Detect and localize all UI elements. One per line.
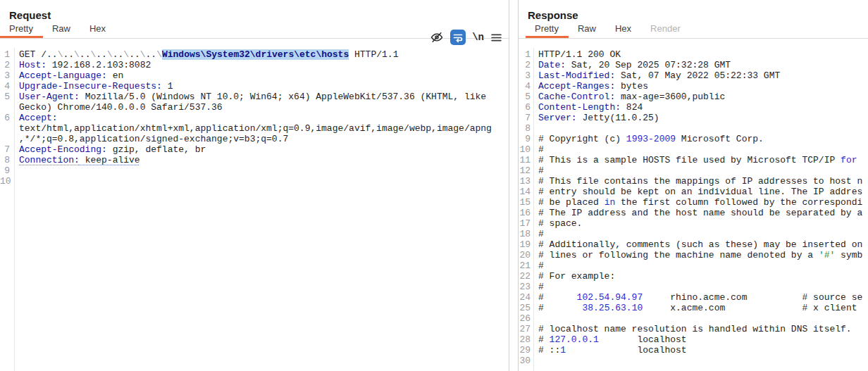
- line-content: #: [538, 144, 544, 155]
- line-number: 21: [519, 260, 533, 271]
- code-line: 27# localhost name resolution is handled…: [519, 324, 868, 334]
- code-line: 11# This is a sample HOSTS file used by …: [519, 155, 868, 165]
- line-number: 22: [519, 271, 533, 282]
- code-line: 7Server: Jetty(11.0.25): [519, 113, 868, 123]
- line-content: # This is a sample HOSTS file used by Mi…: [538, 155, 857, 165]
- line-content: HTTP/1.1 200 OK: [538, 49, 621, 60]
- gutter-divider: [14, 48, 15, 371]
- line-content: #: [538, 260, 544, 271]
- code-line: 5User-Agent: Mozilla/5.0 (Windows NT 10.…: [0, 92, 509, 102]
- line-number: 8: [0, 155, 14, 165]
- line-number: 28: [519, 334, 533, 345]
- line-content: Content-Length: 824: [538, 102, 643, 113]
- line-number: 10: [519, 144, 533, 155]
- line-content: # 102.54.94.97 rhino.acme.com # source s…: [538, 292, 862, 303]
- line-content: #: [538, 165, 544, 176]
- line-number: 2: [0, 60, 14, 70]
- line-number: 3: [519, 70, 533, 81]
- code-line: 2Date: Sat, 20 Sep 2025 07:32:28 GMT: [519, 60, 868, 70]
- line-content: Cache-Control: max-age=3600,public: [538, 92, 725, 102]
- line-number: 17: [519, 218, 533, 229]
- response-tab-raw[interactable]: Raw: [569, 19, 606, 38]
- line-content: # be placed in the first column followed…: [538, 197, 862, 208]
- line-content: # 38.25.63.10 x.acme.com # x client: [538, 303, 857, 313]
- gutter-divider: [533, 48, 534, 371]
- code-line: 12#: [519, 165, 868, 176]
- line-content: # 127.0.0.1 localhost: [538, 334, 687, 345]
- line-content: # entry should be kept on an individual …: [538, 187, 862, 197]
- line-content: Date: Sat, 20 Sep 2025 07:32:28 GMT: [538, 60, 731, 70]
- line-number: 19: [519, 239, 533, 250]
- line-content: Host: 192.168.2.103:8082: [19, 60, 151, 70]
- line-content: Upgrade-Insecure-Requests: 1: [19, 81, 173, 92]
- line-number: 27: [519, 324, 533, 334]
- line-content: Last-Modified: Sat, 07 May 2022 05:22:33…: [538, 70, 780, 81]
- code-line: 1HTTP/1.1 200 OK: [519, 49, 868, 60]
- request-tab-pretty[interactable]: Pretty: [0, 19, 43, 38]
- line-content: Accept:: [19, 113, 58, 123]
- line-content: # This file contains the mappings of IP …: [538, 176, 862, 187]
- line-number: 16: [519, 208, 533, 218]
- line-number: 14: [519, 187, 533, 197]
- line-number: 20: [519, 250, 533, 260]
- code-line: 6Accept:: [0, 113, 509, 123]
- line-number: 11: [519, 155, 533, 165]
- line-number: 7: [0, 144, 14, 155]
- line-number: 10: [0, 176, 14, 187]
- newline-chars-icon[interactable]: \n: [472, 32, 484, 43]
- line-number: [0, 123, 14, 134]
- menu-icon[interactable]: [490, 32, 502, 44]
- line-content: GET /..\..\..\..\..\..\..\Windows\System…: [19, 49, 398, 60]
- code-line: 8: [519, 123, 868, 134]
- line-number: 6: [519, 102, 533, 113]
- line-number: 2: [519, 60, 533, 70]
- response-tab-render: Render: [641, 19, 690, 38]
- code-line: 10: [0, 176, 509, 187]
- line-number: 13: [519, 176, 533, 187]
- line-number: 5: [519, 92, 533, 102]
- word-wrap-icon[interactable]: [450, 30, 466, 45]
- line-number: 23: [519, 282, 533, 292]
- line-content: # localhost name resolution is handled w…: [538, 324, 852, 334]
- line-content: ,*/*;q=0.8,application/signed-exchange;v…: [19, 134, 288, 144]
- request-tab-hex[interactable]: Hex: [80, 19, 116, 38]
- code-line: 1GET /..\..\..\..\..\..\..\Windows\Syste…: [0, 49, 509, 60]
- code-line: 17# space.: [519, 218, 868, 229]
- code-line: 4Accept-Ranges: bytes: [519, 81, 868, 92]
- line-number: 1: [519, 49, 533, 60]
- response-panel-title: Response: [519, 0, 868, 19]
- response-tab-hex[interactable]: Hex: [606, 19, 641, 38]
- line-content: Accept-Language: en: [19, 70, 123, 81]
- line-number: [0, 102, 14, 113]
- request-tab-raw[interactable]: Raw: [43, 19, 80, 38]
- response-tab-pretty[interactable]: Pretty: [526, 19, 569, 38]
- eye-hidden-icon[interactable]: [430, 30, 444, 44]
- response-editor[interactable]: 1HTTP/1.1 200 OK2Date: Sat, 20 Sep 2025 …: [519, 48, 868, 371]
- line-number: 1: [0, 49, 14, 60]
- line-content: # For example:: [538, 271, 615, 282]
- line-number: 8: [519, 123, 533, 134]
- response-tabbar: PrettyRawHexRender: [519, 19, 868, 39]
- line-content: # The IP address and the host name shoul…: [538, 208, 862, 218]
- request-panel-title: Request: [0, 0, 509, 19]
- code-line: 23#: [519, 282, 868, 292]
- line-content: User-Agent: Mozilla/5.0 (Windows NT 10.0…: [19, 92, 486, 102]
- code-line: Gecko) Chrome/140.0.0.0 Safari/537.36: [0, 102, 509, 113]
- code-line: 28# 127.0.0.1 localhost: [519, 334, 868, 345]
- code-line: 2Host: 192.168.2.103:8082: [0, 60, 509, 70]
- code-line: 7Accept-Encoding: gzip, deflate, br: [0, 144, 509, 155]
- code-line: 8Connection: keep-alive: [0, 155, 509, 165]
- response-panel: Response PrettyRawHexRender 1HTTP/1.1 20…: [518, 0, 868, 371]
- code-line: 6Content-Length: 824: [519, 102, 868, 113]
- line-number: 12: [519, 165, 533, 176]
- line-content: # Additionally, comments (such as these)…: [538, 239, 862, 250]
- line-content: Accept-Encoding: gzip, deflate, br: [19, 144, 206, 155]
- code-line: 29# ::1 localhost: [519, 345, 868, 356]
- line-content: # ::1 localhost: [538, 345, 687, 356]
- code-line: 13# This file contains the mappings of I…: [519, 176, 868, 187]
- request-toolbar: \n: [430, 28, 502, 46]
- code-line: 18#: [519, 229, 868, 239]
- request-editor[interactable]: 1GET /..\..\..\..\..\..\..\Windows\Syste…: [0, 48, 509, 371]
- code-line: 19# Additionally, comments (such as thes…: [519, 239, 868, 250]
- line-content: Accept-Ranges: bytes: [538, 81, 648, 92]
